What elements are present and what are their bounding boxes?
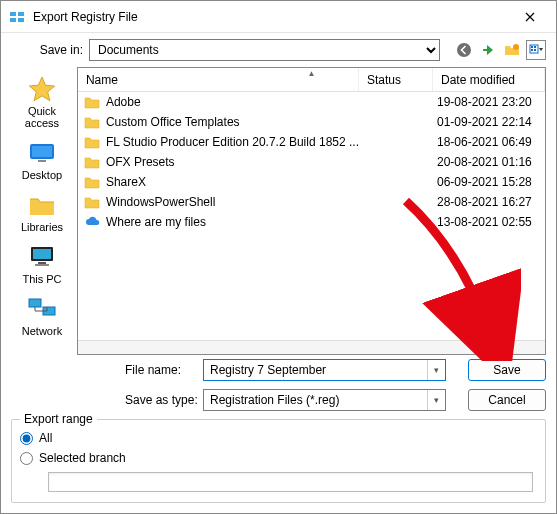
svg-rect-2 <box>10 18 16 22</box>
svg-rect-17 <box>35 264 49 266</box>
new-folder-icon[interactable] <box>502 40 522 60</box>
svg-point-5 <box>513 44 519 50</box>
file-list[interactable]: Adobe19-08-2021 23:20Custom Office Templ… <box>78 92 545 340</box>
folder-icon <box>84 175 100 189</box>
savein-dropdown[interactable]: Documents <box>89 39 440 61</box>
chevron-down-icon[interactable]: ▾ <box>427 390 445 410</box>
svg-point-4 <box>457 43 471 57</box>
file-list-header[interactable]: ▲ Name Status Date modified <box>78 68 545 92</box>
svg-rect-15 <box>33 249 51 259</box>
folder-icon <box>84 115 100 129</box>
radio-all-input[interactable] <box>20 432 33 445</box>
save-button[interactable]: Save <box>468 359 546 381</box>
chevron-down-icon[interactable]: ▾ <box>427 360 445 380</box>
table-row[interactable]: Custom Office Templates01-09-2021 22:14 <box>78 112 545 132</box>
horizontal-scrollbar[interactable] <box>78 340 545 354</box>
radio-all-label: All <box>39 431 52 445</box>
svg-rect-12 <box>32 146 52 157</box>
export-range-legend: Export range <box>20 412 97 426</box>
svg-rect-8 <box>534 46 536 48</box>
places-bar: Quick access Desktop Libraries This PC N… <box>11 67 73 355</box>
table-row[interactable]: ShareX06-09-2021 15:28 <box>78 172 545 192</box>
file-date: 06-09-2021 15:28 <box>433 175 545 189</box>
window-title: Export Registry File <box>29 10 508 24</box>
place-label: This PC <box>22 273 61 285</box>
svg-rect-16 <box>38 262 46 264</box>
saveastype-input[interactable] <box>204 390 427 410</box>
folder-icon <box>84 155 100 169</box>
table-row[interactable]: OFX Presets20-08-2021 01:16 <box>78 152 545 172</box>
saveastype-combo[interactable]: ▾ <box>203 389 446 411</box>
table-row[interactable]: FL Studio Producer Edition 20.7.2 Build … <box>78 132 545 152</box>
svg-rect-10 <box>534 49 536 51</box>
file-name: Where are my files <box>106 215 206 229</box>
svg-rect-1 <box>18 12 24 16</box>
file-date: 19-08-2021 23:20 <box>433 95 545 109</box>
place-label: Network <box>22 325 62 337</box>
file-list-pane: ▲ Name Status Date modified Adobe19-08-2… <box>77 67 546 355</box>
filename-label: File name: <box>121 363 203 377</box>
saveastype-label: Save as type: <box>121 393 203 407</box>
file-date: 28-08-2021 16:27 <box>433 195 545 209</box>
svg-rect-7 <box>531 46 533 48</box>
svg-rect-9 <box>531 49 533 51</box>
table-row[interactable]: Adobe19-08-2021 23:20 <box>78 92 545 112</box>
place-network[interactable]: Network <box>22 295 62 337</box>
file-date: 01-09-2021 22:14 <box>433 115 545 129</box>
table-row[interactable]: Where are my files13-08-2021 02:55 <box>78 212 545 232</box>
radio-selected-branch[interactable]: Selected branch <box>20 448 537 468</box>
folder-icon <box>84 195 100 209</box>
file-name: Adobe <box>106 95 141 109</box>
file-name: WindowsPowerShell <box>106 195 215 209</box>
column-status[interactable]: Status <box>359 68 433 91</box>
place-quick-access[interactable]: Quick access <box>11 75 73 129</box>
folder-icon <box>84 95 100 109</box>
place-this-pc[interactable]: This PC <box>22 243 61 285</box>
file-name: ShareX <box>106 175 146 189</box>
place-label: Desktop <box>22 169 62 181</box>
place-label: Quick access <box>11 105 73 129</box>
file-name: Custom Office Templates <box>106 115 240 129</box>
svg-rect-13 <box>38 160 46 162</box>
file-name: FL Studio Producer Edition 20.7.2 Build … <box>106 135 359 149</box>
onedrive-icon <box>84 215 100 229</box>
radio-selected-input[interactable] <box>20 452 33 465</box>
column-name[interactable]: Name <box>78 68 359 91</box>
cancel-button[interactable]: Cancel <box>468 389 546 411</box>
column-date[interactable]: Date modified <box>433 68 545 91</box>
file-name: OFX Presets <box>106 155 175 169</box>
filename-input[interactable] <box>204 360 427 380</box>
svg-rect-0 <box>10 12 16 16</box>
sort-indicator-icon: ▲ <box>308 69 316 78</box>
place-libraries[interactable]: Libraries <box>21 191 63 233</box>
selected-branch-input[interactable] <box>48 472 533 492</box>
file-date: 13-08-2021 02:55 <box>433 215 545 229</box>
file-date: 20-08-2021 01:16 <box>433 155 545 169</box>
filename-combo[interactable]: ▾ <box>203 359 446 381</box>
savein-toolbar: Save in: Documents <box>1 33 556 65</box>
up-icon[interactable] <box>478 40 498 60</box>
savein-label: Save in: <box>11 43 89 57</box>
view-menu-icon[interactable] <box>526 40 546 60</box>
radio-selected-label: Selected branch <box>39 451 126 465</box>
svg-rect-3 <box>18 18 24 22</box>
radio-all[interactable]: All <box>20 428 537 448</box>
svg-rect-18 <box>29 299 41 307</box>
registry-app-icon <box>9 9 25 25</box>
export-range-group: Export range All Selected branch <box>11 419 546 503</box>
file-date: 18-06-2021 06:49 <box>433 135 545 149</box>
table-row[interactable]: WindowsPowerShell28-08-2021 16:27 <box>78 192 545 212</box>
place-label: Libraries <box>21 221 63 233</box>
place-desktop[interactable]: Desktop <box>22 139 62 181</box>
close-button[interactable] <box>508 2 552 32</box>
titlebar: Export Registry File <box>1 1 556 33</box>
back-icon[interactable] <box>454 40 474 60</box>
folder-icon <box>84 135 100 149</box>
